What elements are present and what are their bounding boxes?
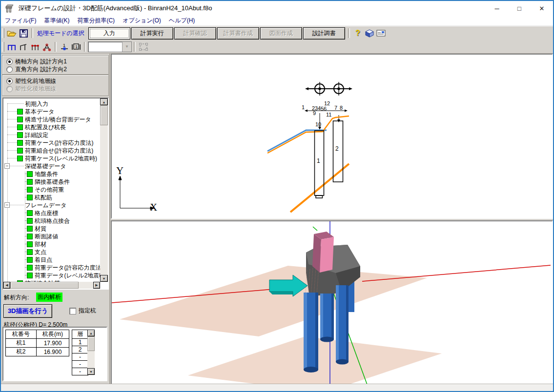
tree-item-7[interactable]: 荷重ケース(レベル2地震時) [3,154,100,162]
frame-portal-icon[interactable] [6,41,18,52]
load-case-1-icon[interactable]: 1 [59,41,70,52]
tree-item-15[interactable]: 杭頭格点接合 [3,216,100,224]
tree-item-2[interactable]: 構造寸法/橋台背面データ [3,115,100,123]
layer-table-row-4[interactable]: - [72,368,88,375]
tree-hscrollbar[interactable]: ◀ ▶ [3,282,100,289]
tree-item-14[interactable]: 格点座標 [3,209,100,216]
pile-table-cell[interactable]: 16.900 [37,348,69,356]
maximize-button[interactable]: □ [508,1,531,16]
menu-item-1[interactable]: 基準値(K) [44,17,69,25]
mode-button-5[interactable]: 設計調書 [303,27,345,39]
tree-item-4[interactable]: 詳細設定 [3,131,100,138]
node-number-label: 10 [315,122,321,127]
tree-item-3[interactable]: 杭配置及び杭長 [3,123,100,131]
scroll-down-icon[interactable]: ▼ [100,275,108,282]
tree-item-6[interactable]: 荷重組合せ(許容応力度法) [3,146,100,154]
tree-item-22[interactable]: 荷重データ(レベル2地震時) [3,271,100,279]
layer-table[interactable]: 層12--- [72,330,88,375]
radio-icon[interactable] [6,66,13,73]
menu-item-2[interactable]: 荷重分担率(C) [77,17,115,25]
toolbar-separator [31,28,33,38]
tree-item-8[interactable]: −深礎基礎データ [3,162,100,170]
tree-check-icon [17,140,23,146]
mode-button-0[interactable]: 入力 [88,27,130,39]
radio-icon[interactable] [6,59,13,65]
open-icon[interactable] [6,28,18,39]
frame-nodes-icon[interactable] [29,41,41,52]
frame-tripod-icon[interactable] [41,41,53,52]
designated-pile-option[interactable]: 指定杭 [69,307,96,315]
pile-table-cell[interactable]: 杭1 [6,339,37,348]
tree-leader [7,119,17,119]
tree-item-0[interactable]: 初期入力 [3,99,100,107]
app-icon [5,4,15,13]
save-icon[interactable] [18,28,29,39]
tree-vscroll-thumb[interactable] [100,106,108,125]
tree-item-1[interactable]: 基本データ [3,107,100,115]
menu-item-0[interactable]: ファイル(F) [5,17,36,25]
ground-plane-upper [120,266,427,336]
layer-table-row-2[interactable]: - [72,353,88,361]
frame-slant-icon[interactable] [18,41,29,52]
pile-table-cell[interactable]: 17.900 [37,339,69,348]
tree-leader [7,158,17,158]
pile-table-row-1[interactable]: 杭216.900 [6,348,69,356]
chevron-down-icon[interactable]: ▼ [122,42,131,52]
pile-table[interactable]: 杭番号杭長(m)杭117.900杭216.900 [5,330,69,356]
layer-table-row-1[interactable]: 2 [72,346,88,353]
mail-icon[interactable] [375,28,387,39]
draw-3d-button[interactable]: 3D描画を行う [3,304,52,318]
3d-cube-icon[interactable] [364,28,375,39]
tree-item-12[interactable]: 杭配筋 [3,193,100,201]
tree-item-17[interactable]: 断面諸値 [3,232,100,240]
tree-item-19[interactable]: 支点 [3,248,100,255]
tree-collapse-icon[interactable]: − [4,202,10,208]
layer-table-cell[interactable]: - [72,368,88,375]
menu-item-3[interactable]: オプション(O) [123,17,161,25]
tree-item-21[interactable]: 荷重データ(許容応力度法) [3,263,100,271]
case-combobox[interactable]: ▼ [88,41,132,52]
layer-table-cell[interactable]: - [72,361,88,368]
close-button[interactable]: ✕ [531,1,553,16]
layer-table-cell[interactable]: 2 [72,346,88,353]
radio-design-direction-1[interactable]: 直角方向 設計方向2 [6,66,67,73]
layer-table-cell[interactable]: - [72,353,88,361]
layer-table-cell[interactable]: 1 [72,339,88,346]
tree-vscrollbar[interactable]: ▲ ▼ [100,98,108,282]
radio-design-direction-0[interactable]: 橋軸方向 設計方向1 [6,58,67,65]
scroll-left-icon[interactable]: ◀ [3,282,10,289]
designated-pile-checkbox[interactable] [69,308,76,314]
radio-icon[interactable] [6,78,13,84]
tree-hscroll-thumb[interactable] [10,282,79,289]
help-icon[interactable]: ? [352,28,364,39]
scroll-up-icon[interactable]: ▲ [100,98,108,105]
tree-item-13[interactable]: −フレームデータ [3,201,100,209]
tree-item-5[interactable]: 荷重ケース(許容応力度法) [3,138,100,146]
layer-table-row-0[interactable]: 1 [72,339,88,346]
layer-table-row-3[interactable]: - [72,361,88,368]
tree-item-10[interactable]: 隣接基礎条件 [3,177,100,185]
tree-item-16[interactable]: 材質 [3,224,100,232]
layer-scrollbar[interactable]: ▲ ▼ [87,330,95,375]
layer-scroll-thumb[interactable] [87,336,95,351]
svg-text:1: 1 [75,44,78,49]
scroll-down-icon[interactable]: ▼ [87,368,95,375]
tree-leader [7,205,24,205]
tree-collapse-icon[interactable]: − [4,163,10,169]
model-3d-view[interactable] [111,220,553,386]
pile-table-row-0[interactable]: 杭117.900 [6,339,69,348]
mode-button-1[interactable]: 計算実行 [131,27,173,39]
radio-strata-line-0[interactable]: 塑性化前地層線 [6,78,56,84]
menu-item-4[interactable]: ヘルプ(H) [169,17,195,25]
tree-item-20[interactable]: 着目点 [3,255,100,263]
model-2d-view[interactable]: 12123456789111012 Y X [111,54,553,219]
scroll-right-icon[interactable]: ▶ [93,282,100,289]
dimension-1-icon[interactable]: 1 [70,41,82,52]
tree-item-18[interactable]: 部材 [3,240,100,248]
scroll-up-icon[interactable]: ▲ [87,330,95,336]
tree-item-9[interactable]: 地盤条件 [3,170,100,177]
tree-item-11[interactable]: その他荷重 [3,185,100,193]
pile-table-cell[interactable]: 杭2 [6,348,37,356]
minimize-button[interactable]: ─ [486,1,508,16]
tree-check-icon [27,273,33,278]
